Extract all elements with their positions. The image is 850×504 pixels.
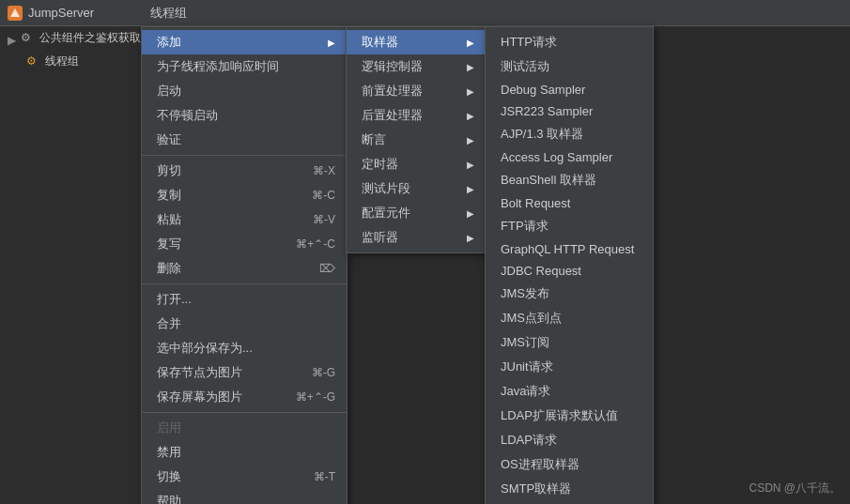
context-menu-level2: 取样器 ▶ 逻辑控制器 ▶ 前置处理器 ▶ 后置处理器 ▶ 断言 ▶ 定时器 ▶… [346,26,487,253]
menu-item-save-screen-image[interactable]: 保存屏幕为图片 ⌘+⌃-G [142,385,347,409]
menu-item-label: Java请求 [501,383,550,400]
menu-item-ldap-request[interactable]: LDAP请求 [486,428,653,452]
menu-item-label: JMS点到点 [501,310,562,327]
menu-item-os-process-sampler[interactable]: OS进程取样器 [486,452,653,477]
menu-item-access-log-sampler[interactable]: Access Log Sampler [486,146,653,168]
menu-item-add-time[interactable]: 为子线程添加响应时间 [142,54,347,79]
menu-item-label: LDAP请求 [501,432,557,449]
menu-item-label: 粘贴 [157,211,181,228]
menu-item-label: LDAP扩展请求默认值 [501,407,618,424]
menu-item-label: 删除 [157,260,181,277]
menu-item-beanshell-sampler[interactable]: BeanShell 取样器 [486,168,653,192]
menu-item-ajp-sampler[interactable]: AJP/1.3 取样器 [486,122,653,146]
menu-item-label: FTP请求 [501,218,549,235]
menu-item-toggle[interactable]: 切换 ⌘-T [142,465,347,489]
menu-item-label: SMTP取样器 [501,481,571,497]
menu-item-save-selection[interactable]: 选中部分保存为... [142,336,347,360]
menu-item-jms-subscribe[interactable]: JMS订阅 [486,330,653,355]
sidebar-item-label: 线程组 [45,53,79,69]
menu-item-label: 复写 [157,236,181,252]
menu-item-duplicate[interactable]: 复写 ⌘+⌃-C [142,232,347,256]
menu-item-cut[interactable]: 剪切 ⌘-X [142,159,347,183]
menu-item-label: 打开... [157,291,192,308]
context-menu-level3: HTTP请求 测试活动 Debug Sampler JSR223 Sampler… [485,26,654,504]
submenu-arrow: ▶ [467,208,474,219]
menu-item-delete[interactable]: 删除 ⌦ [142,256,347,281]
menu-item-label: 为子线程添加响应时间 [157,58,279,75]
menu-item-smtp-sampler[interactable]: SMTP取样器 [486,477,653,501]
app-title: JumpServer [28,6,94,20]
menu-item-label: HTTP请求 [501,34,557,51]
menu-item-copy[interactable]: 复制 ⌘-C [142,183,347,207]
menu-item-open[interactable]: 打开... [142,287,347,312]
menu-item-label: 验证 [157,131,181,148]
menu-item-label: 配置元件 [362,205,410,221]
menu-item-disable[interactable]: 禁用 [142,440,347,465]
menu-item-start[interactable]: 启动 [142,79,347,103]
menu-item-bolt-request[interactable]: Bolt Request [486,192,653,214]
shortcut: ⌘-T [314,470,335,483]
menu-item-listener[interactable]: 监听器 ▶ [347,225,486,250]
menu-item-label: 切换 [157,468,181,485]
menu-item-label: GraphQL HTTP Request [501,242,634,256]
menu-item-timer[interactable]: 定时器 ▶ [347,152,486,176]
menu-item-jms-publish[interactable]: JMS发布 [486,282,653,306]
menu-item-ldap-ext-request[interactable]: LDAP扩展请求默认值 [486,404,653,428]
menu-item-label: Debug Sampler [501,83,585,97]
menu-item-jsr223-sampler[interactable]: JSR223 Sampler [486,100,653,122]
menu-item-label: 定时器 [362,156,398,173]
menu-item-pre-processor[interactable]: 前置处理器 ▶ [347,79,486,103]
menu-item-add[interactable]: 添加 ▶ [142,30,347,54]
shortcut: ⌘-V [313,213,335,226]
menu-item-label: Access Log Sampler [501,150,612,164]
menu-item-label: BeanShell 取样器 [501,172,596,189]
menu-item-label: 取样器 [362,34,398,51]
menu-item-sampler[interactable]: 取样器 ▶ [347,30,486,54]
menu-item-label: 保存屏幕为图片 [157,389,242,405]
menu-item-label: 逻辑控制器 [362,58,423,75]
menu-item-paste[interactable]: 粘贴 ⌘-V [142,207,347,232]
menu-item-validate[interactable]: 验证 [142,128,347,152]
menu-item-enable: 启用 [142,416,347,440]
menu-item-logic-controller[interactable]: 逻辑控制器 ▶ [347,54,486,79]
shortcut: ⌘+⌃-C [296,237,335,251]
submenu-arrow: ▶ [467,86,474,97]
watermark: CSDN @八千流。 [749,481,841,496]
submenu-arrow: ▶ [467,184,474,194]
separator [142,283,347,284]
menu-item-label: 监听器 [362,229,398,246]
submenu-arrow: ▶ [467,160,474,170]
menu-item-label: 不停顿启动 [157,107,218,124]
menu-item-assertion[interactable]: 断言 ▶ [347,128,486,152]
menu-item-label: JMS订阅 [501,334,549,351]
menu-item-jdbc-request[interactable]: JDBC Request [486,260,653,282]
menu-item-help[interactable]: 帮助 [142,489,347,504]
menu-item-label: 启动 [157,83,181,99]
menu-item-debug-sampler[interactable]: Debug Sampler [486,79,653,100]
svg-marker-0 [10,8,20,17]
menu-item-config-element[interactable]: 配置元件 ▶ [347,201,486,225]
menu-item-label: 测试片段 [362,180,410,197]
menu-item-label: 测试活动 [501,58,549,75]
menu-item-label: 剪切 [157,162,181,179]
menu-item-java-request[interactable]: Java请求 [486,379,653,404]
menu-item-test-fragment[interactable]: 测试片段 ▶ [347,176,486,201]
menu-item-http-request[interactable]: HTTP请求 [486,30,653,54]
menu-item-label: 合并 [157,315,181,332]
separator [142,155,347,156]
menu-item-save-node-image[interactable]: 保存节点为图片 ⌘-G [142,360,347,385]
menu-item-junit-request[interactable]: JUnit请求 [486,355,653,379]
expand-arrow: ▶ [8,34,17,43]
menu-item-ftp-request[interactable]: FTP请求 [486,214,653,238]
menu-item-label: Bolt Request [501,196,570,210]
submenu-arrow: ▶ [328,38,335,48]
menu-item-jms-point[interactable]: JMS点到点 [486,306,653,330]
menu-item-start-no-pause[interactable]: 不停顿启动 [142,103,347,128]
folder-icon: ⚙ [26,54,41,69]
menu-item-post-processor[interactable]: 后置处理器 ▶ [347,103,486,128]
menu-item-test-action[interactable]: 测试活动 [486,54,653,79]
menu-item-label: 选中部分保存为... [157,340,253,357]
title-bar: JumpServer 线程组 [0,0,850,26]
menu-item-merge[interactable]: 合并 [142,312,347,336]
menu-item-graphql-request[interactable]: GraphQL HTTP Request [486,238,653,260]
